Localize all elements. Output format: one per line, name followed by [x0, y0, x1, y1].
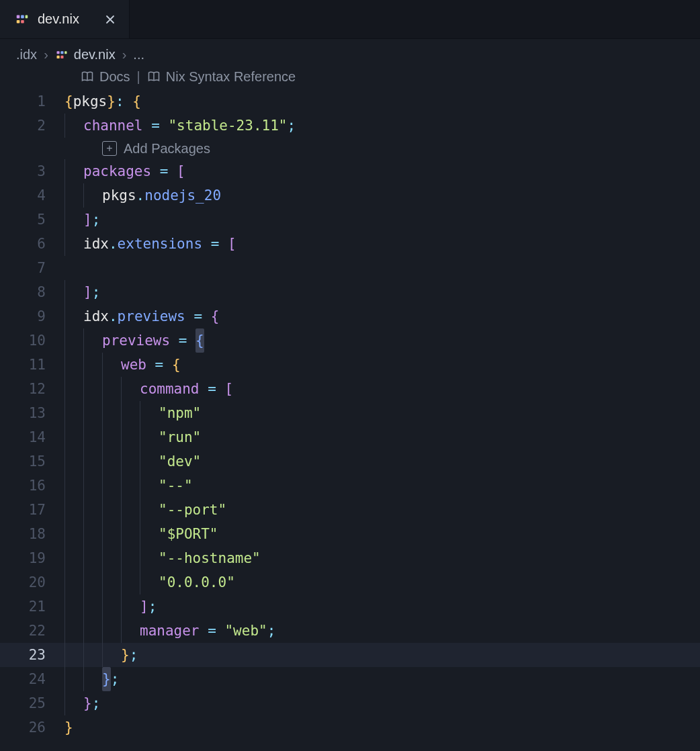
- code-line[interactable]: 26 }: [0, 715, 700, 740]
- code-line[interactable]: 16 "--": [0, 474, 700, 498]
- chevron-right-icon: ›: [122, 47, 127, 62]
- code-line[interactable]: 13 "npm": [0, 401, 700, 425]
- codelens-docs[interactable]: Docs: [81, 69, 130, 85]
- line-number: 20: [0, 570, 64, 594]
- tab-dev-nix[interactable]: dev.nix: [0, 0, 130, 38]
- svg-rect-2: [26, 15, 28, 18]
- codelens-divider: |: [137, 69, 140, 85]
- chevron-right-icon: ›: [44, 47, 48, 62]
- line-number: 18: [0, 522, 64, 546]
- close-icon[interactable]: [103, 13, 117, 26]
- breadcrumb-root[interactable]: .idx: [16, 47, 37, 62]
- line-number: 8: [0, 280, 64, 304]
- code-line[interactable]: 20 "0.0.0.0": [0, 570, 700, 594]
- code-line[interactable]: 2 channel = "stable-23.11";: [0, 114, 700, 138]
- line-number: 26: [0, 715, 64, 740]
- line-number: 14: [0, 425, 64, 449]
- breadcrumb: .idx › dev.nix › ...: [0, 39, 700, 67]
- add-packages-hint[interactable]: + Add Packages: [0, 138, 700, 159]
- line-number: 21: [0, 594, 64, 619]
- code-line[interactable]: 17 "--port": [0, 498, 700, 522]
- svg-rect-3: [17, 19, 20, 23]
- svg-rect-6: [60, 51, 63, 54]
- book-icon: [147, 70, 161, 83]
- code-line[interactable]: 7: [0, 256, 700, 280]
- idx-file-icon: [15, 12, 30, 27]
- code-line[interactable]: 11 web = {: [0, 353, 700, 377]
- code-line[interactable]: 24 };: [0, 667, 700, 691]
- line-number: 1: [0, 89, 64, 114]
- code-line[interactable]: 21 ];: [0, 594, 700, 619]
- line-number: 25: [0, 691, 64, 715]
- line-number: 4: [0, 183, 64, 208]
- svg-rect-9: [60, 55, 63, 58]
- line-number: 22: [0, 619, 64, 643]
- code-line[interactable]: 3 packages = [: [0, 159, 700, 183]
- code-line-current[interactable]: 23 };: [0, 643, 700, 667]
- line-number: 24: [0, 667, 64, 691]
- code-line[interactable]: 14 "run": [0, 425, 700, 449]
- breadcrumb-file[interactable]: dev.nix: [55, 47, 116, 62]
- svg-rect-8: [56, 55, 59, 58]
- code-line[interactable]: 15 "dev": [0, 449, 700, 474]
- code-line[interactable]: 25 };: [0, 691, 700, 715]
- codelens-syntax-reference[interactable]: Nix Syntax Reference: [147, 69, 296, 85]
- code-line[interactable]: 6 idx.extensions = [: [0, 232, 700, 256]
- line-number: 19: [0, 546, 64, 570]
- line-number: 17: [0, 498, 64, 522]
- code-line[interactable]: 4 pkgs.nodejs_20: [0, 183, 700, 208]
- svg-rect-1: [21, 15, 24, 18]
- line-number: 7: [0, 256, 64, 280]
- line-number: 13: [0, 401, 64, 425]
- code-line[interactable]: 22 manager = "web";: [0, 619, 700, 643]
- line-number: 15: [0, 449, 64, 474]
- line-number: 2: [0, 114, 64, 138]
- line-number: 11: [0, 353, 64, 377]
- svg-rect-4: [21, 19, 24, 23]
- code-line[interactable]: 9 idx.previews = {: [0, 304, 700, 328]
- line-number: 10: [0, 328, 64, 353]
- line-number: 16: [0, 474, 64, 498]
- line-number: 9: [0, 304, 64, 328]
- line-number: 23: [0, 643, 64, 667]
- code-line[interactable]: 12 command = [: [0, 377, 700, 401]
- svg-rect-5: [56, 51, 59, 54]
- plus-icon: +: [102, 141, 117, 156]
- line-number: 6: [0, 232, 64, 256]
- tab-bar: dev.nix: [0, 0, 700, 39]
- code-editor[interactable]: 1 {pkgs}: { 2 channel = "stable-23.11"; …: [0, 87, 700, 740]
- add-packages-label: Add Packages: [124, 141, 210, 157]
- codelens-bar: Docs | Nix Syntax Reference: [0, 67, 700, 87]
- line-number: 12: [0, 377, 64, 401]
- tab-label: dev.nix: [38, 11, 79, 27]
- tab-bar-empty: [130, 0, 700, 38]
- code-line[interactable]: 18 "$PORT": [0, 522, 700, 546]
- breadcrumb-more[interactable]: ...: [133, 47, 144, 62]
- svg-rect-0: [17, 15, 20, 18]
- svg-rect-7: [64, 51, 67, 54]
- code-line[interactable]: 5 ];: [0, 208, 700, 232]
- code-line[interactable]: 10 previews = {: [0, 328, 700, 353]
- book-icon: [81, 70, 94, 83]
- code-line[interactable]: 19 "--hostname": [0, 546, 700, 570]
- code-line[interactable]: 1 {pkgs}: {: [0, 89, 700, 114]
- line-number: 3: [0, 159, 64, 183]
- line-number: 5: [0, 208, 64, 232]
- code-line[interactable]: 8 ];: [0, 280, 700, 304]
- idx-file-icon: [55, 48, 69, 62]
